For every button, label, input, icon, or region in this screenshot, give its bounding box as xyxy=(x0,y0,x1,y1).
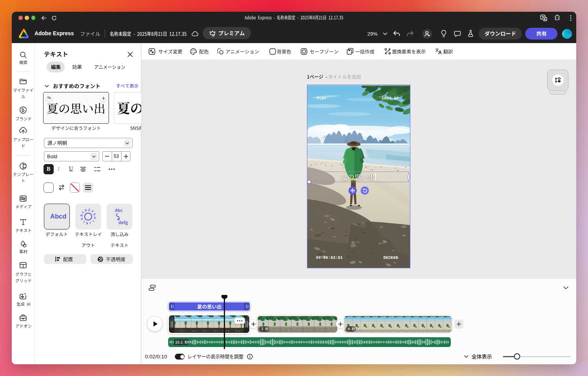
svg-text:CH02 SP: CH02 SP xyxy=(382,96,399,101)
svg-text:DECK05: DECK05 xyxy=(383,256,398,260)
svg-text:00:00:02:01: 00:00:02:01 xyxy=(316,256,343,260)
svg-text:PLAY: PLAY xyxy=(317,96,327,101)
